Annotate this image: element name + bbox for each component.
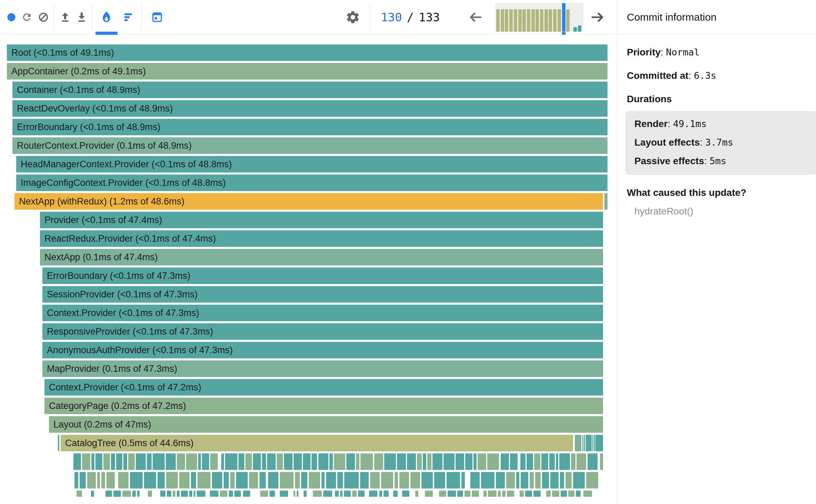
commit-bar[interactable] [522,9,526,32]
flame-cell[interactable] [177,453,185,470]
flame-cell[interactable] [202,453,209,470]
commit-bar[interactable] [544,9,548,32]
commit-bar-selected[interactable] [562,3,565,32]
flame-cell[interactable] [583,491,592,497]
flame-cell[interactable] [604,193,608,210]
flame-cell[interactable] [95,453,102,470]
flame-cell[interactable] [326,472,336,489]
flame-cell[interactable] [122,491,131,497]
flame-cell[interactable] [303,453,310,470]
flame-cell[interactable] [346,453,355,470]
commit-bar[interactable] [501,9,504,32]
flame-cell[interactable] [280,491,288,497]
flame-cell[interactable] [58,435,59,451]
flame-cell[interactable] [87,472,96,489]
flame-cell[interactable] [197,472,211,489]
flame-cell[interactable] [397,453,406,470]
flame-cell[interactable] [210,491,218,497]
flame-cell[interactable] [118,472,129,489]
flame-cell[interactable] [318,453,328,470]
flame-cell[interactable] [461,472,465,489]
flame-cell[interactable] [434,472,445,489]
flame-cell[interactable]: ReactRedux.Provider (<0.1ms of 47.4ms) [40,230,603,247]
flame-cell[interactable] [329,453,333,470]
flame-cell[interactable] [236,472,248,489]
flame-cell[interactable] [483,491,487,497]
flame-cell[interactable] [160,491,165,497]
flame-cell[interactable] [340,491,343,497]
flame-cell[interactable] [402,491,409,497]
flame-cell[interactable] [556,453,558,470]
flame-cell[interactable] [295,472,300,489]
flame-cell[interactable] [470,472,480,489]
flame-cell[interactable] [478,453,486,470]
flame-cell[interactable]: Context.Provider (<0.1ms of 47.2ms) [44,379,603,396]
flame-cell[interactable] [234,491,241,497]
flame-cell[interactable] [344,472,359,489]
flame-cell[interactable] [535,472,541,489]
flame-cell[interactable] [481,472,494,489]
flame-cell[interactable] [113,491,121,497]
flame-cell[interactable]: RouterContext.Provider (0.1ms of 48.9ms) [12,137,608,154]
flame-cell[interactable] [82,453,90,470]
flame-cell[interactable] [496,472,505,489]
flame-cell[interactable] [238,453,244,470]
flame-cell[interactable] [106,472,115,489]
flame-cell[interactable] [456,453,464,470]
update-cause-value[interactable]: hydrateRoot() [634,206,816,217]
flame-cell[interactable] [191,472,196,489]
flame-cell[interactable] [167,491,171,497]
flame-cell[interactable] [550,472,559,489]
flame-cell[interactable] [280,472,294,489]
flame-cell[interactable] [245,453,252,470]
flame-cell[interactable] [498,491,501,497]
flame-cell[interactable] [370,472,380,489]
flame-cell[interactable] [259,472,266,489]
flame-cell[interactable] [137,491,140,497]
next-commit-button[interactable] [588,0,607,34]
flame-cell[interactable] [212,472,222,489]
flame-cell[interactable] [432,453,442,470]
flame-cell[interactable] [312,453,317,470]
flame-cell[interactable] [465,453,472,470]
flame-cell[interactable]: Container (<0.1ms of 48.9ms) [12,82,608,98]
flame-cell[interactable] [472,491,479,497]
commit-selector-chart[interactable] [495,3,583,32]
flame-cell[interactable] [229,491,233,497]
flame-cell[interactable] [322,472,325,489]
flame-cell[interactable] [507,491,514,497]
flame-cell[interactable] [294,491,295,497]
flame-cell[interactable] [136,453,146,470]
flame-cell[interactable] [520,491,524,497]
flame-cell[interactable] [457,491,463,497]
commit-bar[interactable] [509,9,513,32]
flame-cell[interactable] [384,491,389,497]
flame-cell[interactable] [448,491,456,497]
upload-profile-button[interactable] [58,0,72,34]
prev-commit-button[interactable] [466,0,485,34]
flame-cell[interactable]: ImageConfigContext.Provider (<0.1ms of 4… [16,175,608,191]
flame-cell[interactable] [393,491,398,497]
flame-cell[interactable]: Root (<0.1ms of 49.1ms) [7,44,608,61]
flame-cell[interactable] [575,435,581,451]
commit-bar[interactable] [553,9,557,32]
flame-cell[interactable]: AnonymousAuthProvider (<0.1ms of 47.3ms) [42,342,603,358]
flame-cell[interactable] [552,491,559,497]
flame-cell[interactable] [568,491,574,497]
settings-button[interactable] [343,0,363,34]
flame-cell[interactable] [267,453,276,470]
flame-cell[interactable] [421,472,433,489]
flame-cell[interactable] [356,453,359,470]
flame-cell[interactable] [423,453,426,470]
flame-cell[interactable] [101,472,105,489]
flame-cell[interactable] [344,491,351,497]
record-button[interactable] [4,0,19,34]
commit-bar[interactable] [496,9,500,32]
flame-cell[interactable] [399,472,409,489]
flame-cell[interactable] [488,491,497,497]
flame-cell[interactable] [323,491,332,497]
flame-cell[interactable] [565,472,572,489]
flame-cell[interactable] [277,453,283,470]
commit-bar[interactable] [558,9,561,32]
flame-cell[interactable] [148,491,152,497]
